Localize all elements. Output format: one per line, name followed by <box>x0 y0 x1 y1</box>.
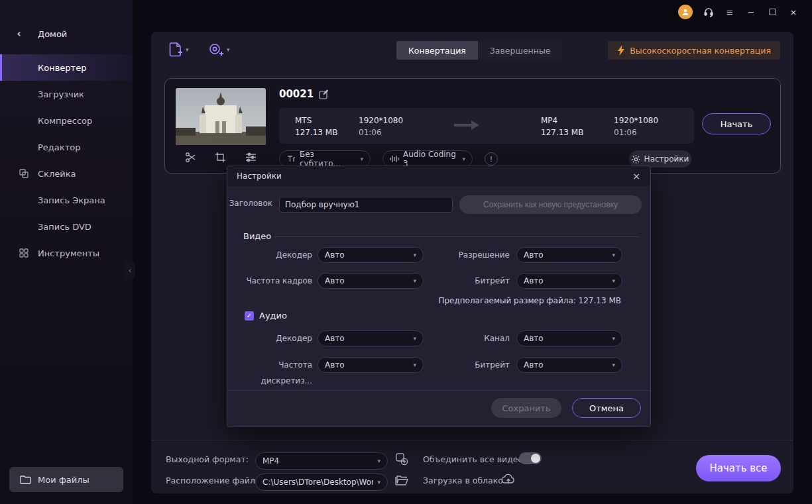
dialog-divider <box>227 390 650 391</box>
app-window: ≡ ─ ☐ × ‹ Домой Конвертер Загрузчик Комп… <box>0 0 812 504</box>
video-decoder-label: Декодер <box>229 247 312 263</box>
start-all-button[interactable]: Начать все <box>696 455 781 481</box>
nav-label: Загрузчик <box>38 89 84 99</box>
chevron-down-icon: ▾ <box>227 46 230 53</box>
audio-bitrate-select[interactable]: Авто▾ <box>516 357 622 373</box>
audio-channel-select[interactable]: Авто▾ <box>516 330 622 346</box>
chevron-down-icon: ▾ <box>413 277 416 284</box>
maximize-button[interactable]: ☐ <box>763 3 782 21</box>
effects-sliders-icon[interactable] <box>245 152 257 163</box>
trim-scissors-icon[interactable] <box>185 152 196 163</box>
source-format-size: MTS 127.13 MB <box>295 115 337 138</box>
add-camcorder-button[interactable]: ▾ <box>208 41 230 58</box>
title-input[interactable] <box>279 197 453 213</box>
open-folder-icon[interactable] <box>395 475 410 489</box>
apply-to-all-icon[interactable] <box>395 452 410 467</box>
merge-all-toggle[interactable] <box>519 452 542 464</box>
chevron-down-icon: ▾ <box>612 252 615 258</box>
estimated-file-size: Предполагаемый размер файла: 127.13 MB <box>438 296 621 305</box>
chevron-down-icon: ▾ <box>612 362 615 368</box>
output-format-select[interactable]: MP4 ▾ <box>255 452 388 470</box>
select-value: Авто <box>325 334 345 343</box>
info-icon[interactable]: ! <box>485 152 498 166</box>
nav-label: Конвертер <box>38 63 86 73</box>
minimize-button[interactable]: ─ <box>742 3 760 21</box>
sidebar: ‹ Домой Конвертер Загрузчик Компрессор Р… <box>0 0 133 504</box>
video-decoder-select[interactable]: Авто▾ <box>318 247 424 263</box>
settings-dialog-header[interactable]: Настройки × <box>227 166 650 186</box>
file-title-text: 00021 <box>279 88 314 100</box>
high-speed-conversion-badge[interactable]: Высокоскоростная конвертация <box>608 41 780 60</box>
lightning-icon <box>617 45 625 56</box>
cloud-upload-icon[interactable] <box>501 474 516 487</box>
start-button[interactable]: Начать <box>702 113 771 134</box>
select-value: Авто <box>325 360 345 370</box>
waveform-icon <box>390 155 399 163</box>
folder-icon <box>20 475 31 484</box>
toggle-knob <box>531 454 540 463</box>
video-resolution-select[interactable]: Авто▾ <box>516 247 622 263</box>
settings-button-label: Настройки <box>644 154 689 164</box>
chevron-down-icon: ▾ <box>186 46 189 53</box>
file-card: 00021 MTS 127.13 MB 1920*1080 01:06 MP4 … <box>164 78 781 174</box>
video-framerate-select[interactable]: Авто▾ <box>318 273 424 289</box>
close-button[interactable]: × <box>784 3 803 21</box>
video-thumbnail[interactable] <box>176 88 266 145</box>
add-file-button[interactable]: ▾ <box>168 41 189 58</box>
video-framerate-label: Частота кадров <box>229 273 312 289</box>
select-value: Авто <box>524 334 544 343</box>
section-divider <box>274 236 640 237</box>
menu-icon[interactable]: ≡ <box>721 3 739 21</box>
nav-label: Редактор <box>38 142 80 152</box>
audio-section-label: Аудио <box>259 311 287 321</box>
sidebar-item-merge[interactable]: Склейка <box>0 160 133 187</box>
crop-icon[interactable] <box>215 152 226 163</box>
audio-decoder-select[interactable]: Авто▾ <box>318 330 424 346</box>
sidebar-item-converter[interactable]: Конвертер <box>0 54 133 81</box>
video-bitrate-label: Битрейт <box>426 273 510 289</box>
nav-label: Запись Экрана <box>38 195 105 205</box>
gear-icon <box>632 155 640 164</box>
dialog-close-icon[interactable]: × <box>629 169 644 183</box>
sidebar-item-home[interactable]: ‹ Домой <box>0 24 133 44</box>
sidebar-item-compressor[interactable]: Компрессор <box>0 107 133 134</box>
source-duration: 01:06 <box>359 126 403 138</box>
conversion-info-panel: MTS 127.13 MB 1920*1080 01:06 MP4 127.13… <box>279 108 694 144</box>
nav-label: Склейка <box>38 169 76 179</box>
cancel-button[interactable]: Отмена <box>572 398 641 418</box>
output-bar: Выходной формат: MP4 ▾ Объединить все ви… <box>151 440 793 493</box>
sidebar-item-dvd-burn[interactable]: Запись DVD <box>0 213 133 240</box>
sidebar-item-tools[interactable]: Инструменты <box>0 240 133 266</box>
audio-checkbox[interactable]: ✓ <box>245 311 254 321</box>
support-headset-icon[interactable] <box>699 3 718 21</box>
source-format: MTS <box>295 115 337 126</box>
user-avatar[interactable] <box>678 5 693 19</box>
select-value: Авто <box>325 276 345 285</box>
source-res-duration: 1920*1080 01:06 <box>359 115 403 138</box>
sidebar-item-screen-record[interactable]: Запись Экрана <box>0 187 133 213</box>
tab-finished[interactable]: Завершенные <box>478 41 563 60</box>
sidebar-item-downloader[interactable]: Загрузчик <box>0 81 133 107</box>
audio-bitrate-label: Битрейт <box>426 357 510 373</box>
save-preset-button[interactable]: Сохранить как новую предустановку <box>459 195 642 214</box>
rename-icon[interactable] <box>319 89 329 99</box>
save-button[interactable]: Сохранить <box>491 398 561 418</box>
tab-label: Конвертация <box>408 46 466 56</box>
tab-converting[interactable]: Конвертация <box>396 41 478 60</box>
add-file-icon <box>168 42 183 58</box>
audio-samplerate-select[interactable]: Авто▾ <box>318 357 424 373</box>
audio-samplerate-label: Частота дискретиз... <box>229 357 312 389</box>
file-location-select[interactable]: C:\Users\DTore\Desktop\Won ▾ <box>255 474 388 491</box>
file-location-value: C:\Users\DTore\Desktop\Won <box>262 478 373 487</box>
select-value: Авто <box>325 250 345 260</box>
sidebar-collapse-handle[interactable]: ‹ <box>125 260 135 280</box>
chevron-down-icon: ▾ <box>413 362 416 368</box>
my-files-button[interactable]: Мои файлы <box>9 467 123 492</box>
person-icon <box>681 8 689 16</box>
chevron-down-icon: ▾ <box>360 156 363 162</box>
sidebar-item-editor[interactable]: Редактор <box>0 134 133 160</box>
video-resolution-label: Разрешение <box>426 247 510 263</box>
video-bitrate-select[interactable]: Авто▾ <box>516 273 622 289</box>
output-format-value: MP4 <box>262 456 279 466</box>
merge-icon <box>19 168 29 179</box>
